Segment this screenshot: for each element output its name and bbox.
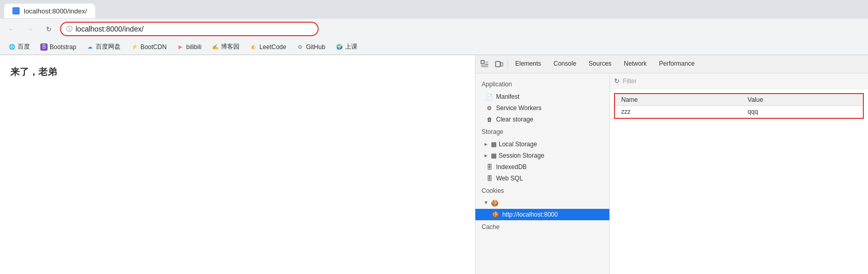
tab-console[interactable]: Console xyxy=(547,55,582,73)
address-port: :8000 xyxy=(104,25,122,33)
sidebar-label-cookies-localhost: http://localhost:8000 xyxy=(502,211,558,218)
cache-section-title: Cache xyxy=(475,220,609,234)
bookmark-label: 百度网盘 xyxy=(96,42,121,51)
address-path: /index/ xyxy=(122,25,143,33)
filter-input[interactable] xyxy=(623,78,700,85)
nav-toolbar: ← → ↻ ⓘ localhost:8000/index/ xyxy=(0,19,868,39)
service-workers-icon: ⚙ xyxy=(486,104,493,112)
bokeyuan-icon: ✍ xyxy=(212,43,219,51)
reload-button[interactable]: ↻ xyxy=(41,22,56,36)
baidupan-icon: ☁ xyxy=(86,43,94,51)
bookmark-leetcode[interactable]: ◐ LeetCode xyxy=(246,42,290,52)
bookmark-label: 上课 xyxy=(345,42,357,51)
devtools-main-panel: ↻ Name Value zzz xyxy=(610,73,868,274)
browser-tab[interactable]: localhost:8000/index/ xyxy=(4,4,95,18)
devtools-tab-bar: Elements Console Sources Network Perform… xyxy=(475,55,868,73)
storage-section-title: Storage xyxy=(475,125,609,139)
sidebar-expand-cookies[interactable]: ► 🍪 xyxy=(475,197,609,209)
bookmark-label: Bootstrap xyxy=(50,43,76,51)
tab-network[interactable]: Network xyxy=(618,55,653,73)
application-section-title: Application xyxy=(475,78,609,91)
bookmark-label: LeetCode xyxy=(259,43,286,51)
address-bar[interactable]: ⓘ localhost:8000/index/ xyxy=(60,22,319,36)
devtools-panel: Elements Console Sources Network Perform… xyxy=(475,55,868,274)
bookmark-baidu[interactable]: 🌐 百度 xyxy=(4,41,34,52)
devtools-body: Application 📄 Manifest ⚙ Service Workers… xyxy=(475,73,868,274)
col-header-value: Value xyxy=(741,94,863,106)
table-container-outlined: Name Value zzz qqq xyxy=(614,93,864,119)
expand-arrow-cookies: ► xyxy=(484,201,489,206)
refresh-icon[interactable]: ↻ xyxy=(614,77,620,85)
leetcode-icon: ◐ xyxy=(250,43,257,51)
inspector-icon[interactable] xyxy=(477,57,492,71)
sidebar-item-manifest[interactable]: 📄 Manifest xyxy=(475,91,609,102)
cell-value: qqq xyxy=(741,106,863,118)
indexeddb-icon: 🗄 xyxy=(486,163,493,171)
sidebar-label-indexeddb: IndexedDB xyxy=(496,163,527,171)
manifest-icon: 📄 xyxy=(486,93,493,100)
bookmark-label: BootCDN xyxy=(140,43,167,51)
github-icon: ⊙ xyxy=(296,43,304,51)
sidebar-item-local-storage[interactable]: ► ▦ Local Storage xyxy=(475,139,609,150)
session-storage-icon: ▦ xyxy=(491,152,497,159)
tab-performance[interactable]: Performance xyxy=(653,55,701,73)
bookmark-bilibili[interactable]: ▶ bilibili xyxy=(173,42,205,52)
expand-arrow-local-storage: ► xyxy=(484,142,489,147)
bookmark-label: 博客园 xyxy=(221,42,240,51)
bookmark-baidupan[interactable]: ☁ 百度网盘 xyxy=(82,41,125,52)
bookmark-label: 百度 xyxy=(18,42,30,51)
bookmark-bokeyuan[interactable]: ✍ 博客园 xyxy=(207,41,244,52)
back-button[interactable]: ← xyxy=(4,22,19,36)
sidebar-label-clear-storage: Clear storage xyxy=(496,116,533,123)
tab-divider xyxy=(507,60,508,68)
bootcdn-icon: ⚡ xyxy=(131,43,138,51)
bookmark-bootcdn[interactable]: ⚡ BootCDN xyxy=(127,42,171,52)
page-content: 来了，老弟 xyxy=(0,55,475,274)
bookmark-label: bilibili xyxy=(186,43,201,51)
sidebar-label-service-workers: Service Workers xyxy=(496,104,542,112)
app-sidebar: Application 📄 Manifest ⚙ Service Workers… xyxy=(475,73,610,274)
cookies-localhost-icon: 🍪 xyxy=(492,211,499,218)
bookmark-github[interactable]: ⊙ GitHub xyxy=(292,42,329,52)
table-row[interactable]: zzz qqq xyxy=(615,106,863,118)
tab-elements[interactable]: Elements xyxy=(509,55,547,73)
bootstrap-icon: B xyxy=(40,43,48,51)
shangke-icon: 🌍 xyxy=(336,43,343,51)
bookmark-shangke[interactable]: 🌍 上课 xyxy=(332,41,362,52)
sidebar-item-session-storage[interactable]: ► ▦ Session Storage xyxy=(475,150,609,161)
sidebar-item-web-sql[interactable]: 🗄 Web SQL xyxy=(475,173,609,184)
bilibili-icon: ▶ xyxy=(177,43,184,51)
address-scheme: localhost xyxy=(76,25,104,33)
tab-favicon xyxy=(12,7,20,14)
cookies-section-title: Cookies xyxy=(475,184,609,197)
sidebar-label-session-storage: Session Storage xyxy=(499,152,544,159)
lock-icon: ⓘ xyxy=(66,25,72,34)
data-table: Name Value zzz qqq xyxy=(615,94,863,118)
col-header-name: Name xyxy=(615,94,741,106)
address-text: localhost:8000/index/ xyxy=(76,25,144,33)
sidebar-item-clear-storage[interactable]: 🗑 Clear storage xyxy=(475,114,609,125)
sidebar-item-indexeddb[interactable]: 🗄 IndexedDB xyxy=(475,161,609,173)
svg-rect-0 xyxy=(481,60,484,64)
browser-chrome: localhost:8000/index/ ← → ↻ ⓘ localhost:… xyxy=(0,0,868,55)
page-area: 来了，老弟 Elements Console Sources Network P… xyxy=(0,55,868,274)
bookmark-label: GitHub xyxy=(306,43,325,51)
cookies-section-icon: 🍪 xyxy=(491,200,499,207)
device-toggle-icon[interactable] xyxy=(492,57,506,71)
svg-rect-1 xyxy=(496,62,500,67)
bookmark-bootstrap[interactable]: B Bootstrap xyxy=(36,42,80,52)
cell-name: zzz xyxy=(615,106,741,118)
tab-sources[interactable]: Sources xyxy=(582,55,618,73)
sidebar-label-local-storage: Local Storage xyxy=(499,141,537,148)
forward-button[interactable]: → xyxy=(23,22,37,36)
tab-bar: localhost:8000/index/ xyxy=(0,0,868,19)
tab-title: localhost:8000/index/ xyxy=(24,7,87,15)
sidebar-label-manifest: Manifest xyxy=(496,93,519,100)
sidebar-item-cookies-localhost[interactable]: 🍪 http://localhost:8000 xyxy=(475,209,609,220)
clear-storage-icon: 🗑 xyxy=(486,116,493,123)
web-sql-icon: 🗄 xyxy=(486,175,493,182)
local-storage-icon: ▦ xyxy=(491,141,497,148)
sidebar-label-web-sql: Web SQL xyxy=(496,175,523,182)
bookmarks-bar: 🌐 百度 B Bootstrap ☁ 百度网盘 ⚡ BootCDN ▶ bili… xyxy=(0,39,868,55)
sidebar-item-service-workers[interactable]: ⚙ Service Workers xyxy=(475,102,609,114)
